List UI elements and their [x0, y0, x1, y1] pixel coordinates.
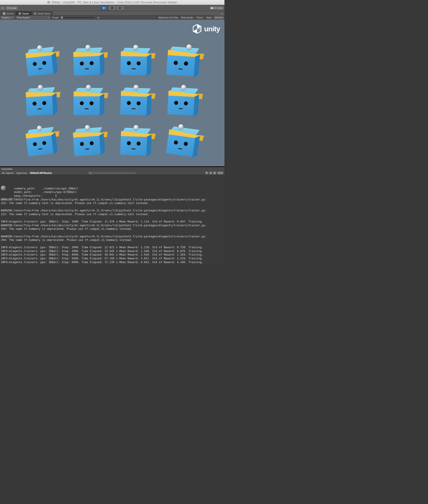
- log-lines: summary_path: ./summaries/ppo_3DBall mod…: [1, 187, 223, 264]
- collab-button[interactable]: ✓ Colla: [209, 6, 224, 10]
- tab-game[interactable]: Game: [16, 11, 31, 15]
- main-toolbar: r Local ✓ Colla: [0, 5, 224, 11]
- crumb[interactable]: Egammas: [15, 172, 28, 174]
- game-controls-bar: Display 1 Free Aspect Scale 1x Maximize …: [0, 16, 224, 20]
- view-tabs: Scene Game Asset Store ≡: [0, 11, 224, 16]
- favorite-icon[interactable]: ★: [209, 171, 212, 175]
- play-button[interactable]: [100, 6, 108, 10]
- terminal-path-bar: /Users/kai: [0, 167, 224, 171]
- tab-asset-store[interactable]: Asset Store: [31, 11, 53, 15]
- tab-menu-icon[interactable]: ≡: [221, 12, 223, 15]
- display-dropdown[interactable]: Display 1: [0, 16, 15, 19]
- agent-cube: [112, 41, 160, 82]
- visibility-counter[interactable]: 9: [217, 171, 223, 175]
- agent-cube: [64, 120, 114, 163]
- save-search-icon[interactable]: ▥: [213, 171, 216, 175]
- unity-logo-icon: [192, 24, 202, 34]
- cwd-path: /Users/kai: [1, 168, 12, 170]
- agent-cube: [112, 81, 160, 123]
- scene-icon: [3, 12, 6, 15]
- eye-icon: [218, 172, 221, 174]
- aspect-dropdown[interactable]: Free Aspect: [15, 16, 51, 19]
- window-title: 3DBall - UnitySDK - PC, Mac & Linux Stan…: [51, 1, 178, 4]
- svg-rect-4: [121, 7, 121, 9]
- agent-cube: [112, 121, 160, 163]
- scale-label: Scale: [51, 16, 60, 19]
- project-search-input[interactable]: [88, 171, 137, 175]
- stats-toggle[interactable]: Stats: [205, 16, 213, 19]
- axis-icon: [7, 7, 9, 9]
- crumb[interactable]: ML-Agents: [1, 172, 15, 174]
- tab-scene[interactable]: Scene: [0, 11, 16, 15]
- svg-rect-1: [111, 7, 112, 9]
- cloud-icon: [211, 7, 213, 9]
- agent-cube: [17, 80, 66, 123]
- scale-slider[interactable]: [61, 17, 94, 18]
- agent-cube: [65, 82, 112, 122]
- agent-cube: [64, 41, 113, 83]
- svg-marker-3: [119, 7, 120, 9]
- agents-grid: [18, 42, 207, 162]
- unity-logo-icon: [47, 1, 50, 4]
- pause-button[interactable]: [108, 6, 116, 10]
- play-controls: [100, 6, 124, 10]
- scale-value: 1x: [97, 16, 100, 19]
- toolbar-button[interactable]: r: [0, 6, 5, 10]
- mute-toggle[interactable]: Mute Audio: [180, 16, 195, 19]
- svg-rect-2: [112, 7, 113, 9]
- vsync-toggle[interactable]: VSync: [195, 16, 205, 19]
- check-icon: ✓: [214, 7, 216, 9]
- game-viewport: unity: [0, 20, 224, 167]
- terminal-output[interactable]: :Ball 3DBallHard summary_path: ./summari…: [0, 175, 224, 264]
- agent-cube: [16, 40, 66, 84]
- agent-cube: [157, 39, 209, 84]
- search-icon: [89, 172, 91, 174]
- project-breadcrumb-bar: ML-Agents › Egammas › 3DBall0.99FModels …: [0, 171, 224, 175]
- agent-cube: [158, 80, 208, 123]
- game-icon: [18, 12, 21, 15]
- gizmos-dropdown[interactable]: Gizmos: [213, 16, 224, 19]
- agent-cube: [16, 120, 66, 164]
- svg-marker-0: [103, 7, 105, 9]
- maximize-toggle[interactable]: Maximize On Play: [157, 16, 180, 19]
- asset-store-icon: [34, 12, 36, 15]
- crumb-current[interactable]: 3DBall0.99FModels: [29, 172, 53, 174]
- step-button[interactable]: [116, 6, 124, 10]
- local-button[interactable]: Local: [5, 6, 18, 10]
- agent-cube: [156, 118, 210, 165]
- window-titlebar: 3DBall - UnitySDK - PC, Mac & Linux Stan…: [0, 0, 224, 5]
- unity-watermark: unity: [192, 24, 220, 34]
- filter-icon[interactable]: ⚑: [205, 171, 208, 175]
